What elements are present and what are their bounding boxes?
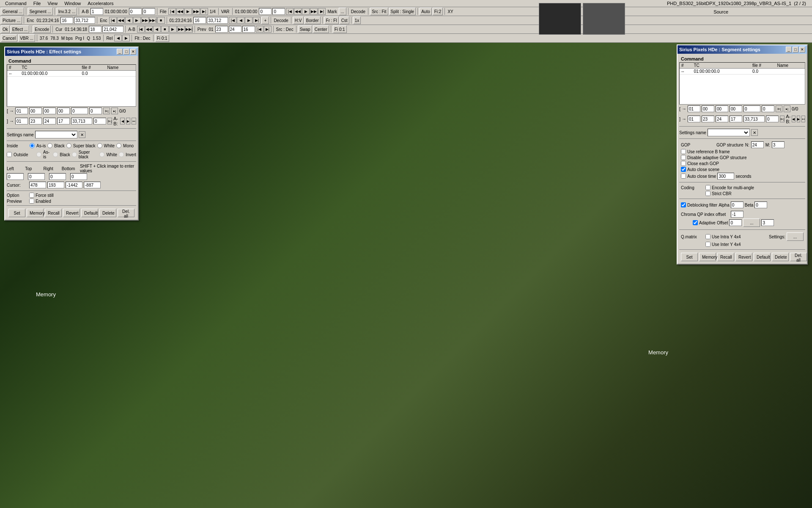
cursor-y[interactable] [47,182,64,188]
effect-del-all-btn[interactable]: Del. all [118,209,134,217]
tc-val1[interactable] [71,108,88,114]
seg-tc-sec-2[interactable] [716,116,728,122]
rel-right[interactable]: ▶ [122,35,130,41]
margin-right[interactable] [49,173,66,180]
picture-btn[interactable]: Picture ... [1,17,22,24]
cancel-btn[interactable]: Cancel [1,34,17,42]
tc-m-prev[interactable]: |◀ [286,8,294,15]
seg-recall-btn[interactable]: Recall [717,253,734,261]
enc-play[interactable]: ▶ [133,17,141,24]
tc-fr-2[interactable] [57,118,70,124]
outside-asis-radio[interactable] [36,152,41,157]
chroma-dots-btn[interactable]: ... [743,218,760,227]
seg-tc-end-btn[interactable]: ⊳| [776,105,782,112]
tc-back-btn[interactable]: ◀◀ [176,8,184,15]
tc-mark2-btn[interactable]: ⊳| [107,118,112,124]
settings-name-dropdown[interactable] [35,131,77,138]
tc-hr-2[interactable] [15,118,28,124]
inside-asis-radio[interactable] [30,143,35,148]
seg-frames-2[interactable] [743,116,765,122]
tc-val-2[interactable] [143,8,155,15]
seg-ab-lshift[interactable]: ↤ [801,116,805,122]
ab-right-btn[interactable]: ▶ [126,118,131,124]
seg-tc-hr-1[interactable] [688,105,700,112]
effect-close-btn[interactable]: ✕ [130,49,136,55]
prev-prev[interactable]: |◀ [256,26,263,33]
seg-tc-min-2[interactable] [702,116,714,122]
seg-tc-fr-2[interactable] [730,116,742,122]
cursor-x[interactable] [29,182,46,188]
tc-prev-btn[interactable]: |◀ [168,8,176,15]
tc-m-fwd[interactable]: ▶▶ [310,8,318,15]
effect-revert-btn[interactable]: Revert [63,209,80,217]
tc-m-next[interactable]: ▶| [318,8,326,15]
tc-main-2[interactable] [272,8,285,15]
menu-accelerators[interactable]: Accelerators [84,0,117,7]
seg-default-btn[interactable]: Default [754,253,771,261]
enc-fwd2[interactable]: ▶▶| [149,17,157,24]
fr-fl-btn[interactable]: Fr : Fl [324,17,339,24]
margin-top[interactable] [28,173,45,180]
ok-btn[interactable]: Ok [1,25,10,33]
seg-settings-clear-btn[interactable]: ✕ [751,129,758,136]
ab-left-btn[interactable]: ◀ [120,118,125,124]
tc-fwd-btn[interactable]: ▶▶ [192,8,200,15]
auto-btn[interactable]: Auto [420,8,432,15]
tc-mark-btn[interactable]: ▸| [111,108,118,114]
inside-mono-radio[interactable] [116,143,121,148]
ab-fwd[interactable]: ▶ [169,26,177,33]
force-still-checkbox[interactable] [29,193,34,198]
tc-frames-2[interactable] [71,118,92,124]
border-btn[interactable]: Border [304,17,321,24]
gop-ref-b-checkbox[interactable] [681,149,686,154]
fi2-btn[interactable]: Fi:2 [433,8,443,15]
gop-m-input[interactable] [772,141,785,148]
seg-minimize-btn[interactable]: _ [786,47,792,52]
menu-file[interactable]: File [30,0,44,7]
fi01-btn[interactable]: Fi 0:1 [333,25,347,33]
enc-prev[interactable]: |◀ [109,17,117,24]
alpha-input[interactable] [731,202,743,208]
split-single-btn[interactable]: Split : Single [389,8,416,15]
rel-left[interactable]: ◀ [114,35,122,41]
outside-invert-radio[interactable] [119,152,124,157]
inside-black-radio[interactable] [47,143,52,148]
tc-next-btn[interactable]: ▶| [200,8,208,15]
coding-multi-checkbox[interactable] [705,185,710,190]
ab-fwd2[interactable]: ▶▶ [177,26,185,33]
swap-btn[interactable]: Swap [298,25,312,33]
m2-back[interactable]: ◀ [237,17,244,24]
seg-set-btn[interactable]: Set [681,253,698,261]
cursor-y2[interactable] [84,182,101,188]
tc-main-1[interactable] [259,8,272,15]
seg-delete-btn[interactable]: Delete [772,253,789,261]
deblocking-checkbox[interactable] [681,202,686,207]
general-button[interactable]: General ... [1,8,24,15]
seg-tc-sec-1[interactable] [716,105,728,112]
tc-m-back[interactable]: ◀◀ [294,8,302,15]
mark-btn[interactable]: ... [339,8,346,15]
seg-tc-mark-btn[interactable]: ▸| [784,105,790,112]
encode-btn[interactable]: Encode [33,25,51,33]
prev-val-1[interactable] [215,26,228,33]
outside-checkbox[interactable] [7,152,12,157]
seg-ab-left[interactable]: ◀ [792,116,795,122]
tc-m-play[interactable]: ▶ [302,8,310,15]
tc2-main-1[interactable] [193,17,206,24]
inside-white-radio[interactable] [97,143,102,148]
ab-stop[interactable]: ■ [161,26,169,33]
chroma-adaptive-checkbox[interactable] [693,220,698,225]
menu-command[interactable]: Command [2,0,30,7]
gop-time-input[interactable] [717,173,734,179]
gop-auto-scene-checkbox[interactable] [681,167,686,172]
tc-sec-2[interactable] [43,118,56,124]
seg-close-btn[interactable]: ✕ [799,47,805,52]
enabled-checkbox[interactable] [29,199,34,204]
ab-back2[interactable]: ◀ [153,26,161,33]
inv-button[interactable]: Inv.3.2 ... [57,8,77,15]
seg-revert-btn[interactable]: Revert [735,253,752,261]
ab-back[interactable]: ◀◀ [145,26,153,33]
effect-memory-btn[interactable]: Memory [27,209,44,217]
ab-input[interactable] [91,8,103,15]
tc2-main-2[interactable] [207,17,228,24]
